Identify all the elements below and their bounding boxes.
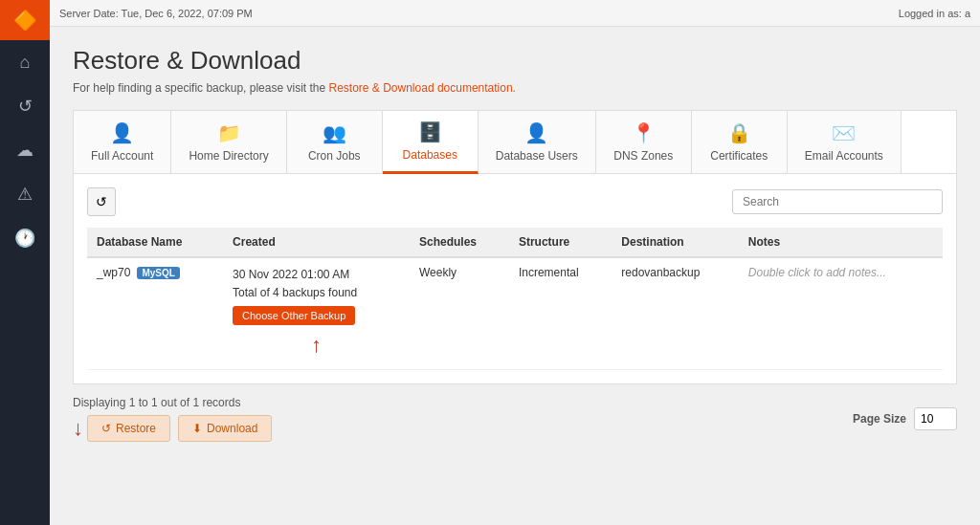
tab-database-users[interactable]: 👤 Database Users: [479, 111, 596, 173]
created-date: 30 Nov 2022 01:00 AM: [233, 266, 400, 284]
col-db-name: Database Name: [87, 228, 223, 257]
tab-home-directory[interactable]: 📁 Home Directory: [171, 111, 286, 173]
arrow-down-icon: ↓: [73, 416, 83, 441]
tab-full-account[interactable]: 👤 Full Account: [74, 111, 171, 173]
backups-table: Database Name Created Schedules Structur…: [87, 228, 943, 370]
tab-email-accounts-label: Email Accounts: [805, 149, 883, 163]
restore-label: Restore: [116, 422, 156, 435]
tab-certificates[interactable]: 🔒 Certificates: [692, 111, 788, 173]
sidebar-item-refresh[interactable]: ↺: [0, 84, 50, 128]
db-name-value: _wp70: [97, 266, 130, 279]
footer-left: Displaying 1 to 1 out of 1 records ↓ ↺ R…: [73, 396, 272, 442]
sidebar-item-warning[interactable]: ⚠: [0, 172, 50, 216]
structure-cell: Incremental: [509, 257, 612, 369]
footer-right: Page Size: [853, 407, 957, 430]
tab-cron-jobs[interactable]: 👥 Cron Jobs: [287, 111, 383, 173]
tab-databases-label: Databases: [403, 148, 457, 162]
server-date: Server Date: Tue, Dec 6, 2022, 07:09 PM: [59, 8, 253, 19]
restore-button[interactable]: ↺ Restore: [87, 415, 170, 442]
table-footer: Displaying 1 to 1 out of 1 records ↓ ↺ R…: [73, 396, 957, 442]
sidebar-item-home[interactable]: ⌂: [0, 40, 50, 84]
databases-icon: 🗄️: [418, 120, 442, 143]
tab-database-users-label: Database Users: [496, 149, 578, 163]
clock-icon: 🕐: [14, 228, 35, 249]
database-users-icon: 👤: [524, 121, 548, 144]
search-input[interactable]: [732, 189, 943, 214]
email-accounts-icon: ✉️: [832, 121, 856, 144]
sidebar-item-clock[interactable]: 🕐: [0, 216, 50, 260]
schedules-cell: Weekly: [410, 257, 509, 369]
db-type-badge: MySQL: [137, 267, 179, 279]
col-destination: Destination: [612, 228, 739, 257]
home-directory-icon: 📁: [217, 121, 241, 144]
content-panel: ↺ Database Name Created Schedules Struct…: [73, 173, 957, 384]
destination-cell: redovanbackup: [612, 257, 739, 369]
subtitle-text: For help finding a specific backup, plea…: [73, 81, 325, 95]
warning-icon: ⚠: [17, 184, 33, 205]
db-name-cell: _wp70 MySQL: [87, 257, 223, 369]
tab-full-account-label: Full Account: [91, 149, 153, 163]
page-title: Restore & Download: [73, 46, 957, 76]
tab-dns-zones[interactable]: 📍 DNS Zones: [596, 111, 692, 173]
tab-dns-zones-label: DNS Zones: [613, 149, 673, 163]
sidebar-item-cloud[interactable]: ☁: [0, 128, 50, 172]
total-backups: Total of 4 backups found: [233, 284, 400, 302]
full-account-icon: 👤: [110, 121, 134, 144]
col-structure: Structure: [509, 228, 612, 257]
tab-certificates-label: Certificates: [710, 149, 768, 163]
main-content: Restore & Download For help finding a sp…: [50, 27, 980, 525]
col-created: Created: [223, 228, 410, 257]
home-icon: ⌂: [20, 53, 31, 73]
page-size-input[interactable]: [914, 407, 957, 430]
action-buttons: ↺ Restore ⬇ Download: [87, 415, 272, 442]
page-subtitle: For help finding a specific backup, plea…: [73, 81, 957, 95]
logged-in: Logged in as: a: [899, 8, 970, 19]
tab-databases[interactable]: 🗄️ Databases: [383, 111, 479, 174]
tab-email-accounts[interactable]: ✉️ Email Accounts: [788, 111, 902, 173]
table-row: _wp70 MySQL 30 Nov 2022 01:00 AM Total o…: [87, 257, 943, 369]
download-label: Download: [207, 422, 257, 435]
dns-zones-icon: 📍: [632, 121, 656, 144]
page-size-label: Page Size: [853, 412, 906, 426]
subtitle-link[interactable]: Restore & Download documentation.: [329, 81, 516, 95]
tab-cron-jobs-label: Cron Jobs: [308, 149, 361, 163]
tab-bar: 👤 Full Account 📁 Home Directory 👥 Cron J…: [73, 110, 957, 173]
choose-other-backup-button[interactable]: Choose Other Backup: [233, 306, 355, 325]
download-button[interactable]: ⬇ Download: [178, 415, 272, 442]
refresh-icon: ↺: [18, 96, 33, 117]
cloud-icon: ☁: [16, 140, 33, 161]
arrow-up-icon: ↑: [233, 328, 400, 361]
sidebar: 🔶 ⌂ ↺ ☁ ⚠ 🕐: [0, 0, 50, 525]
certificates-icon: 🔒: [727, 121, 751, 144]
cron-jobs-icon: 👥: [323, 121, 346, 144]
col-schedules: Schedules: [410, 228, 509, 257]
topbar: Server Date: Tue, Dec 6, 2022, 07:09 PM …: [50, 0, 980, 27]
refresh-button[interactable]: ↺: [87, 187, 116, 216]
logo-icon: 🔶: [13, 9, 37, 32]
records-info: Displaying 1 to 1 out of 1 records: [73, 396, 272, 409]
download-icon: ⬇: [192, 422, 202, 435]
sidebar-logo: 🔶: [0, 0, 50, 40]
notes-cell[interactable]: Double click to add notes...: [739, 257, 943, 369]
table-toolbar: ↺: [87, 187, 943, 216]
created-cell: 30 Nov 2022 01:00 AM Total of 4 backups …: [223, 257, 410, 369]
tab-home-directory-label: Home Directory: [189, 149, 268, 163]
restore-icon: ↺: [101, 422, 111, 435]
col-notes: Notes: [739, 228, 943, 257]
